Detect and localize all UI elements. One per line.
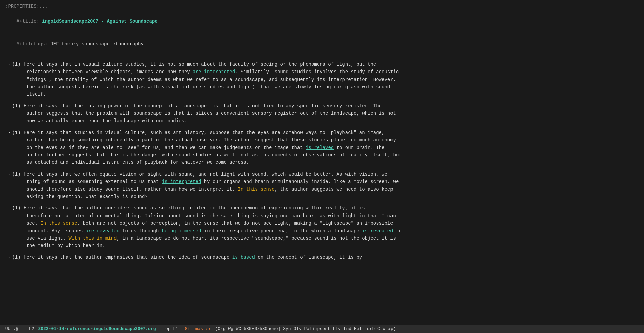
bullet-item: - (1) Here it says that the author empha… — [5, 254, 639, 261]
link-cyan: being immersed — [162, 228, 201, 234]
link-yellow: In this sense — [40, 221, 77, 226]
link-yellow: In this sense — [238, 187, 275, 192]
bullet-dash: - — [8, 254, 11, 261]
filetags-value: REF theory soundscape ethnography — [50, 41, 143, 47]
bullet-dash: - — [8, 129, 11, 166]
inline-text: to us through — [120, 228, 162, 234]
status-mode: -UU-:@----F2 — [3, 326, 34, 333]
bullet-item: - (1) Here it says that studies in visua… — [5, 129, 639, 166]
title-value: ingoldSoundscape2007 - Against Soundscap… — [42, 19, 157, 24]
bullet-item: - (1) Here it says that in visual cultur… — [5, 61, 639, 98]
link-yellow: With this in mind — [68, 236, 117, 241]
title-label: #+title: — [17, 19, 42, 24]
properties-line: :PROPERTIES:... — [5, 3, 639, 10]
bullet-dash: - — [8, 61, 11, 98]
inline-text: on the concept of landscape, it is by — [255, 255, 362, 260]
link-cyan: is revealed — [362, 228, 393, 234]
bullet-dash: - — [8, 171, 11, 201]
bullet-text: (1) Here it says that in visual culture … — [12, 61, 399, 98]
filetags-line: #+filetags: REF theory soundscape ethnog… — [5, 33, 639, 55]
filetags-label: #+filetags: — [17, 41, 51, 47]
inline-text: (1) Here it says that the author emphasi… — [12, 255, 232, 260]
link-cyan: is interpreted — [162, 179, 201, 184]
bullet-text: (1) Here it says that the lasting power … — [12, 102, 396, 125]
bullet-item: - (1) Here it says that we often equate … — [5, 171, 639, 201]
link-cyan: are interpreted — [193, 69, 235, 75]
status-position: Top L1 — [163, 326, 178, 333]
editor-area: :PROPERTIES:... #+title: ingoldSoundscap… — [0, 0, 644, 325]
bullet-text: (1) Here it says that studies in visual … — [12, 129, 401, 166]
title-line: #+title: ingoldSoundscape2007 - Against … — [5, 10, 639, 33]
link-cyan: is based — [232, 255, 255, 260]
link-cyan: is relayed — [306, 145, 334, 150]
status-filename: 2022-01-14-reference-ingoldSoundscape200… — [38, 326, 156, 333]
bullet-text: (1) Here it says that we often equate vi… — [12, 171, 399, 201]
bullet-dash: - — [8, 204, 11, 249]
bullet-item: - (1) Here it says that the lasting powe… — [5, 102, 639, 125]
link-cyan: are revealed — [86, 228, 120, 234]
bullet-item: - (1) Here it says that the author consi… — [5, 204, 639, 249]
inline-text: in their respective phenomena, in the wh… — [201, 228, 362, 234]
bullet-text: (1) Here it says that the author emphasi… — [12, 254, 362, 261]
inline-text: (1) Here it says that the lasting power … — [12, 103, 396, 124]
bullet-dash: - — [8, 102, 11, 125]
status-info: (Org Wg WC[530+0/530none] Syn Olv Palimp… — [215, 326, 396, 333]
status-bar: -UU-:@----F2 2022-01-14-reference-ingold… — [0, 325, 644, 333]
status-branch: Git:master — [185, 326, 211, 333]
bullet-text: (1) Here it says that the author conside… — [12, 204, 401, 249]
status-dashes: ------------------ — [400, 326, 447, 333]
content-area: - (1) Here it says that in visual cultur… — [5, 61, 639, 322]
